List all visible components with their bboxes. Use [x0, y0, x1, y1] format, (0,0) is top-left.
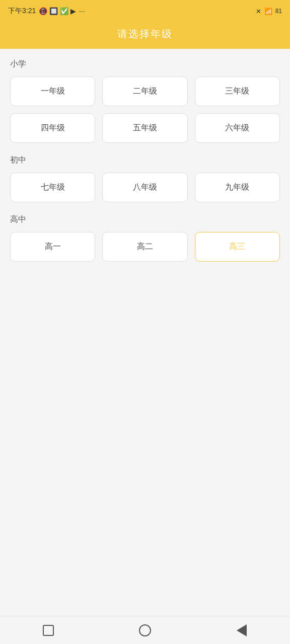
- grade-grid-primary: 一年级二年级三年级四年级五年级六年级: [10, 76, 280, 143]
- section-label-high: 高中: [10, 214, 280, 225]
- back-button[interactable]: [233, 621, 251, 639]
- content-area: 小学一年级二年级三年级四年级五年级六年级初中七年级八年级九年级高中高一高二高三: [0, 49, 290, 616]
- home-button[interactable]: [136, 621, 154, 639]
- battery-icon: 81: [275, 8, 282, 15]
- grade-button-grade-5[interactable]: 五年级: [102, 113, 187, 143]
- status-right: ✕ 📶 81: [256, 8, 282, 15]
- battery-level: 81: [275, 8, 282, 15]
- section-label-primary: 小学: [10, 59, 280, 69]
- title-bar: 请选择年级: [0, 22, 290, 49]
- grade-button-grade-8[interactable]: 八年级: [102, 173, 187, 202]
- section-label-middle: 初中: [10, 155, 280, 166]
- grade-grid-middle: 七年级八年级九年级: [10, 173, 280, 202]
- navigation-bar: [0, 616, 290, 644]
- status-bar: 下午3:21 📵 🔲 ✅ ▶ ··· ✕ 📶 81: [0, 0, 290, 22]
- section-middle: 初中七年级八年级九年级: [10, 155, 280, 202]
- section-primary: 小学一年级二年级三年级四年级五年级六年级: [10, 59, 280, 143]
- triangle-icon: [237, 624, 247, 636]
- grade-button-grade-1[interactable]: 一年级: [10, 76, 95, 106]
- grade-button-grade-11[interactable]: 高二: [102, 232, 187, 262]
- page-title: 请选择年级: [0, 27, 290, 41]
- status-icons: 📵 🔲 ✅ ▶: [39, 7, 76, 15]
- section-high: 高中高一高二高三: [10, 214, 280, 262]
- wifi-icon: 📶: [264, 8, 272, 15]
- grade-button-grade-10[interactable]: 高一: [10, 232, 95, 262]
- grade-button-grade-9[interactable]: 九年级: [195, 173, 280, 202]
- grade-button-grade-4[interactable]: 四年级: [10, 113, 95, 143]
- status-left: 下午3:21 📵 🔲 ✅ ▶ ···: [8, 7, 85, 16]
- recent-apps-button[interactable]: [39, 621, 57, 639]
- circle-icon: [139, 624, 151, 636]
- grade-button-grade-12[interactable]: 高三: [195, 232, 280, 262]
- square-icon: [43, 625, 54, 636]
- grade-button-grade-7[interactable]: 七年级: [10, 173, 95, 202]
- grade-button-grade-6[interactable]: 六年级: [195, 113, 280, 143]
- time-label: 下午3:21: [8, 7, 36, 16]
- grade-grid-high: 高一高二高三: [10, 232, 280, 262]
- more-icon: ···: [79, 7, 85, 15]
- battery-x-icon: ✕: [256, 8, 261, 15]
- grade-button-grade-2[interactable]: 二年级: [102, 76, 187, 106]
- grade-button-grade-3[interactable]: 三年级: [195, 76, 280, 106]
